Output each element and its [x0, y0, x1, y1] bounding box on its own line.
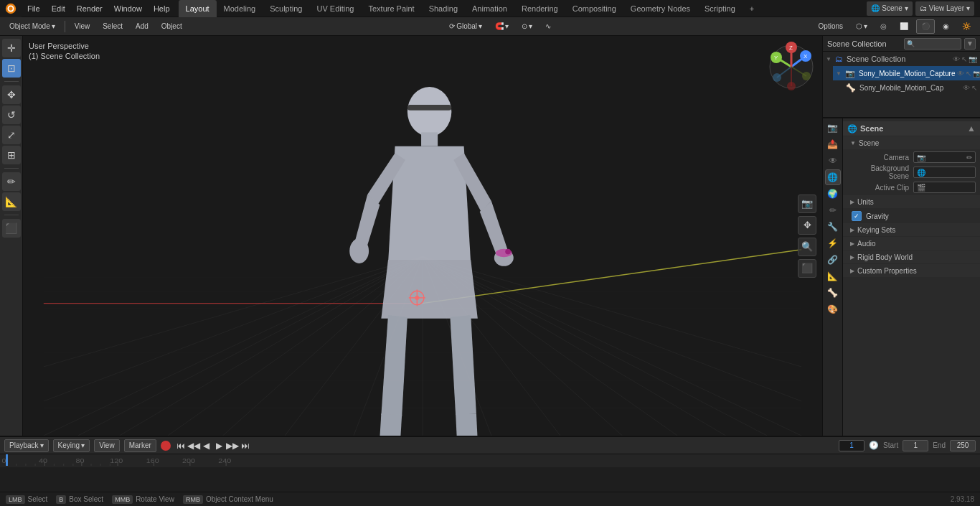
- outliner-scene-collection[interactable]: ▼ 🗂 Scene Collection 👁 ↖ 📷: [823, 52, 980, 66]
- motion-visibility-icon[interactable]: 👁: [963, 84, 970, 92]
- timeline-body[interactable]: 0 40 80 120 160 200 240: [0, 454, 980, 492]
- tl-playback-menu[interactable]: Playback ▾: [4, 439, 49, 452]
- scene-selector[interactable]: 🌐 Scene ▾: [867, 1, 912, 16]
- custom-props-section[interactable]: ▶ Custom Properties: [843, 264, 980, 277]
- tab-scripting[interactable]: Scripting: [697, 0, 743, 17]
- clock-icon[interactable]: 🕐: [869, 441, 879, 450]
- viewport[interactable]: User Perspective (1) Scene Collection X …: [23, 36, 822, 436]
- active-clip-value[interactable]: 🎬: [913, 182, 976, 193]
- prop-tab-material[interactable]: 🎨: [825, 301, 841, 317]
- tab-add[interactable]: +: [743, 0, 761, 17]
- play-btn[interactable]: ▶: [214, 440, 225, 451]
- tl-view-menu[interactable]: View: [94, 439, 120, 452]
- outliner-filter-btn[interactable]: ▼: [964, 38, 976, 50]
- transform-space-btn[interactable]: ⟳ Global ▾: [444, 19, 487, 34]
- visibility-icon[interactable]: 👁: [953, 55, 960, 63]
- prop-tab-constraints[interactable]: 📐: [825, 268, 841, 284]
- tab-layout[interactable]: Layout: [179, 0, 217, 17]
- tab-compositing[interactable]: Compositing: [565, 0, 623, 17]
- outliner-item-capture[interactable]: ▼ 📷 Sony_Mobile_Motion_Capture 👁 ↖ 📷: [833, 66, 980, 80]
- tab-uv-editing[interactable]: UV Editing: [309, 0, 361, 17]
- cursor-tool[interactable]: ✛: [2, 39, 21, 57]
- tl-keying-menu[interactable]: Keying ▾: [53, 439, 90, 452]
- end-frame-input[interactable]: [950, 440, 976, 451]
- rotate-tool[interactable]: ↺: [2, 106, 21, 124]
- prop-tab-modifier[interactable]: 🔧: [825, 219, 841, 235]
- prev-frame-btn[interactable]: ◀: [201, 440, 212, 451]
- proportional-edit-btn[interactable]: ⊙ ▾: [517, 19, 537, 34]
- item-visibility-icon[interactable]: 👁: [957, 70, 964, 78]
- view-menu[interactable]: View: [70, 19, 95, 34]
- shading-wireframe[interactable]: ⬜: [895, 19, 913, 34]
- tab-sculpting[interactable]: Sculpting: [263, 0, 309, 17]
- scene-section-header[interactable]: 🌐 Scene ▲: [843, 121, 980, 136]
- gravity-checkbox[interactable]: ✓: [852, 211, 862, 221]
- select-menu[interactable]: Select: [98, 19, 128, 34]
- start-frame-input[interactable]: [903, 440, 928, 451]
- item-select-icon[interactable]: ↖: [966, 70, 971, 78]
- snap-btn[interactable]: 🧲 ▾: [490, 19, 514, 34]
- tab-rendering[interactable]: Rendering: [514, 0, 565, 17]
- scene-subsection[interactable]: ▼ Scene: [843, 136, 980, 149]
- prop-tab-world[interactable]: 🌍: [825, 186, 841, 202]
- options-btn[interactable]: Options: [814, 19, 848, 34]
- render-visibility-icon[interactable]: 📷: [969, 55, 977, 63]
- prev-keyframe-btn[interactable]: ◀◀: [188, 440, 199, 451]
- view-layer-selector[interactable]: 🗂 View Layer ▾: [915, 1, 974, 16]
- prop-tab-physics[interactable]: 🔗: [825, 252, 841, 268]
- prop-tab-data[interactable]: 🦴: [825, 285, 841, 301]
- audio-section[interactable]: ▶ Audio: [843, 237, 980, 250]
- menu-help[interactable]: Help: [148, 0, 176, 17]
- measure-tool[interactable]: 📐: [2, 192, 21, 211]
- shading-material[interactable]: ◉: [938, 19, 954, 34]
- current-frame-input[interactable]: [839, 440, 864, 451]
- tab-animation[interactable]: Animation: [465, 0, 514, 17]
- zoom-btn[interactable]: 🔍: [798, 238, 816, 256]
- background-scene-value[interactable]: 🌐: [913, 167, 976, 178]
- prop-tab-output[interactable]: 📤: [825, 136, 841, 152]
- outliner-search[interactable]: [904, 38, 961, 50]
- tl-marker-menu[interactable]: Marker: [124, 439, 156, 452]
- record-button[interactable]: [161, 441, 171, 451]
- menu-window[interactable]: Window: [108, 0, 148, 17]
- selectability-icon[interactable]: ↖: [961, 55, 967, 63]
- units-section[interactable]: ▶ Units: [843, 195, 980, 208]
- jump-end-btn[interactable]: ⏭: [240, 440, 251, 451]
- prop-tab-render[interactable]: 📷: [825, 120, 841, 136]
- viewport-camera-btn[interactable]: ⬛: [798, 259, 816, 278]
- prop-tab-view[interactable]: 👁: [825, 153, 841, 169]
- menu-file[interactable]: File: [22, 0, 46, 17]
- move-tool[interactable]: ✥: [2, 85, 21, 104]
- tab-shading[interactable]: Shading: [422, 0, 465, 17]
- gravity-row[interactable]: ✓ Gravity: [843, 209, 980, 223]
- overlay-btn[interactable]: ⬡ ▾: [851, 19, 872, 34]
- prop-tab-object[interactable]: ✏: [825, 202, 841, 218]
- next-frame-btn[interactable]: ▶▶: [227, 440, 238, 451]
- shading-rendered[interactable]: 🔆: [957, 19, 976, 34]
- tab-modeling[interactable]: Modeling: [217, 0, 263, 17]
- annotate-tool[interactable]: ✏: [2, 172, 21, 191]
- add-menu[interactable]: Add: [131, 19, 154, 34]
- transform-tool[interactable]: ⊞: [2, 146, 21, 164]
- shading-solid[interactable]: ⚫: [916, 19, 935, 34]
- nav-gizmo[interactable]: X Y Z: [766, 42, 816, 92]
- motion-select-icon[interactable]: ↖: [971, 84, 977, 92]
- tab-geometry-nodes[interactable]: Geometry Nodes: [623, 0, 697, 17]
- object-menu[interactable]: Object: [156, 19, 187, 34]
- camera-value[interactable]: 📷 ✏: [913, 151, 976, 163]
- item-render-icon[interactable]: 📷: [973, 70, 980, 78]
- prop-tab-particles[interactable]: ⚡: [825, 235, 841, 251]
- prop-tab-scene[interactable]: 🌐: [825, 169, 841, 185]
- xray-btn[interactable]: ◎: [875, 19, 892, 34]
- menu-render[interactable]: Render: [71, 0, 108, 17]
- proportional-falloff-btn[interactable]: ∿: [540, 19, 556, 34]
- camera-eyedropper-icon[interactable]: ✏: [966, 154, 972, 161]
- scale-tool[interactable]: ⤢: [2, 126, 21, 144]
- jump-start-btn[interactable]: ⏮: [175, 440, 187, 451]
- select-tool[interactable]: ⊡: [2, 59, 21, 78]
- mode-selector[interactable]: Object Mode ▾: [4, 19, 60, 34]
- menu-edit[interactable]: Edit: [46, 0, 71, 17]
- tab-texture-paint[interactable]: Texture Paint: [361, 0, 421, 17]
- move-view-btn[interactable]: ✥: [798, 216, 816, 235]
- outliner-item-motion[interactable]: 🦴 Sony_Mobile_Motion_Cap 👁 ↖: [843, 80, 980, 95]
